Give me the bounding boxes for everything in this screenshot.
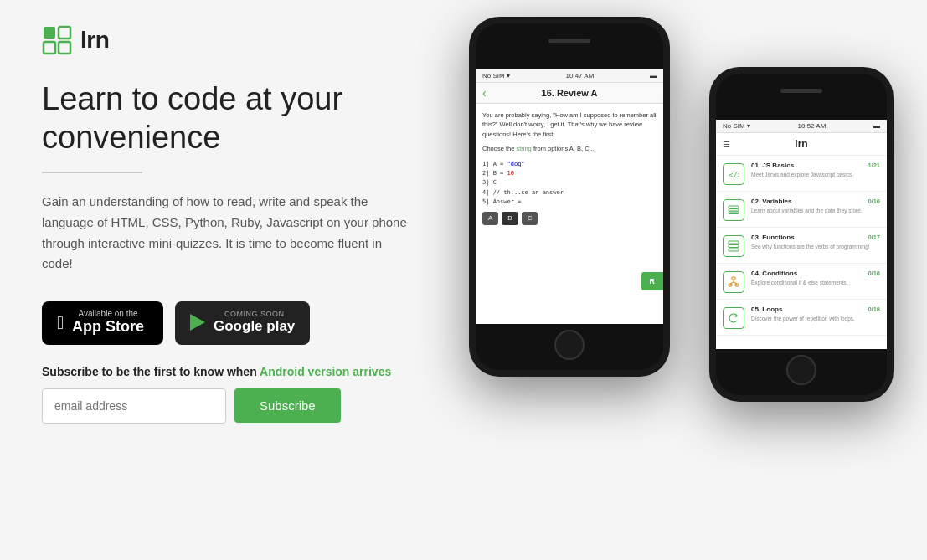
quiz-nav-bar: ‹ 16. Review A bbox=[476, 83, 663, 104]
subscribe-row: Subscribe bbox=[42, 388, 410, 424]
hero-description: Gain an understanding of how to read, wr… bbox=[42, 192, 410, 275]
phone-back-speaker bbox=[548, 39, 590, 43]
app-store-button[interactable]:  Available on the App Store bbox=[42, 301, 163, 345]
svg-rect-12 bbox=[732, 277, 735, 280]
back-arrow-icon[interactable]: ‹ bbox=[482, 86, 487, 100]
phone-back-home[interactable] bbox=[554, 330, 585, 360]
svg-rect-8 bbox=[729, 212, 739, 214]
svg-rect-10 bbox=[729, 245, 739, 248]
phone-front-home[interactable] bbox=[786, 355, 816, 385]
phone-front-speaker bbox=[780, 89, 822, 93]
course-item-2[interactable]: 02. Variables 0/16 Learn about variables… bbox=[716, 192, 887, 228]
functions-icon bbox=[723, 235, 744, 257]
svg-rect-3 bbox=[44, 42, 55, 54]
option-c[interactable]: C bbox=[522, 212, 538, 225]
svg-rect-13 bbox=[729, 284, 732, 286]
store-buttons:  Available on the App Store COMING SOON… bbox=[42, 301, 410, 345]
quiz-content: You are probably saying, "How am I suppo… bbox=[476, 104, 663, 237]
subscribe-label: Subscribe to be the first to know when A… bbox=[42, 365, 410, 378]
js-basics-icon: </> bbox=[723, 163, 744, 185]
svg-text:</>: </> bbox=[729, 171, 739, 179]
phone-front: No SIM ▾ 10:52 AM ▬ ☰ lrn bbox=[709, 67, 894, 402]
logo-icon bbox=[42, 25, 72, 55]
quiz-question: You are probably saying, "How am I suppo… bbox=[482, 110, 657, 139]
code-block: 1| A = "dog" 2| B = 10 3| C 4| // th...s… bbox=[482, 160, 657, 207]
svg-rect-9 bbox=[729, 241, 739, 244]
option-b[interactable]: B bbox=[502, 212, 518, 225]
phone-back: No SIM ▾ 10:47 AM ▬ ‹ 16. Review A You a… bbox=[469, 17, 670, 377]
phone-back-screen: No SIM ▾ 10:47 AM ▬ ‹ 16. Review A You a… bbox=[476, 69, 663, 324]
google-play-button[interactable]: COMING SOON Google play bbox=[175, 301, 310, 345]
headline-divider bbox=[42, 172, 142, 173]
play-icon bbox=[190, 314, 205, 331]
option-a[interactable]: A bbox=[482, 212, 498, 225]
page-headline: Learn to code at your convenience bbox=[42, 80, 410, 157]
svg-rect-7 bbox=[729, 209, 739, 212]
loops-icon bbox=[723, 307, 744, 329]
status-bar-front: No SIM ▾ 10:52 AM ▬ bbox=[716, 120, 887, 133]
apple-icon:  bbox=[57, 314, 64, 332]
svg-rect-4 bbox=[59, 42, 70, 54]
page-wrapper: lrn Learn to code at your convenience Ga… bbox=[0, 0, 927, 560]
appstore-top-text: Available on the bbox=[72, 310, 144, 318]
quiz-nav-title: 16. Review A bbox=[542, 88, 598, 98]
phone-front-screen: No SIM ▾ 10:52 AM ▬ ☰ lrn bbox=[716, 120, 887, 349]
svg-rect-6 bbox=[729, 206, 739, 208]
conditions-icon bbox=[723, 271, 744, 293]
googleplay-top-text: COMING SOON bbox=[214, 311, 295, 318]
course-nav-title: lrn bbox=[795, 138, 807, 150]
course-list: </> 01. JS Basics 1/21 Meet Jarvis and e… bbox=[716, 156, 887, 336]
left-panel: lrn Learn to code at your convenience Ga… bbox=[0, 0, 444, 560]
course-item-1[interactable]: </> 01. JS Basics 1/21 Meet Jarvis and e… bbox=[716, 156, 887, 192]
subscribe-button[interactable]: Subscribe bbox=[234, 388, 341, 423]
course-item-3[interactable]: 03. Functions 0/17 See why functions are… bbox=[716, 228, 887, 264]
next-button-partial[interactable]: R bbox=[641, 272, 664, 290]
googleplay-main-text: Google play bbox=[214, 318, 295, 335]
course-item-4[interactable]: 04. Conditions 0/16 Explore conditional … bbox=[716, 264, 887, 300]
svg-rect-11 bbox=[729, 249, 739, 251]
right-panel: No SIM ▾ 10:47 AM ▬ ‹ 16. Review A You a… bbox=[444, 0, 927, 560]
logo-text: lrn bbox=[80, 27, 109, 54]
answer-options: A B C bbox=[482, 212, 657, 225]
svg-rect-1 bbox=[44, 27, 55, 39]
svg-rect-2 bbox=[59, 27, 70, 39]
logo-area: lrn bbox=[42, 25, 410, 55]
course-item-5[interactable]: 05. Loops 0/18 Discover the power of rep… bbox=[716, 300, 887, 336]
menu-icon[interactable]: ☰ bbox=[723, 140, 730, 149]
status-bar-back: No SIM ▾ 10:47 AM ▬ bbox=[476, 69, 663, 83]
email-input[interactable] bbox=[42, 388, 226, 424]
appstore-main-text: App Store bbox=[72, 318, 144, 337]
quiz-instruction: Choose the string from options A, B, C..… bbox=[482, 144, 657, 153]
svg-rect-14 bbox=[735, 284, 739, 286]
course-nav-bar: ☰ lrn bbox=[716, 133, 887, 156]
variables-icon bbox=[723, 199, 744, 221]
